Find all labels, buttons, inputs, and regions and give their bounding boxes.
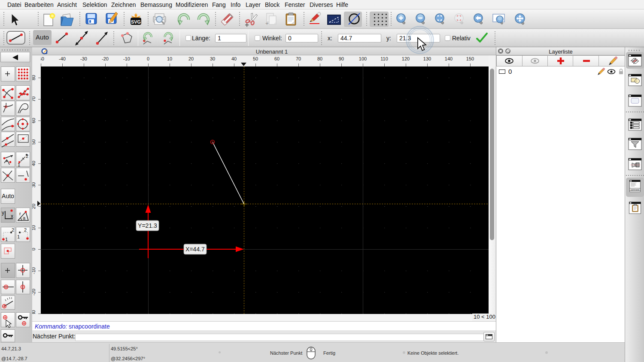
svg-text:a: a [23, 215, 26, 220]
svg-text:r: r [19, 211, 21, 216]
svg-text:X=44.7: X=44.7 [185, 246, 205, 253]
svg-text:y: y [2, 210, 4, 216]
svg-text:2: 2 [12, 227, 14, 232]
svg-text:Y=21.3: Y=21.3 [138, 222, 157, 229]
svg-text:command: command [631, 189, 639, 191]
svg-text:SVG: SVG [131, 19, 141, 24]
svg-text:1: 1 [17, 234, 20, 239]
svg-text:x: x [11, 213, 13, 219]
svg-text:+: + [265, 20, 269, 27]
svg-text:1: 1 [5, 237, 8, 242]
svg-text:2: 2 [24, 227, 27, 232]
